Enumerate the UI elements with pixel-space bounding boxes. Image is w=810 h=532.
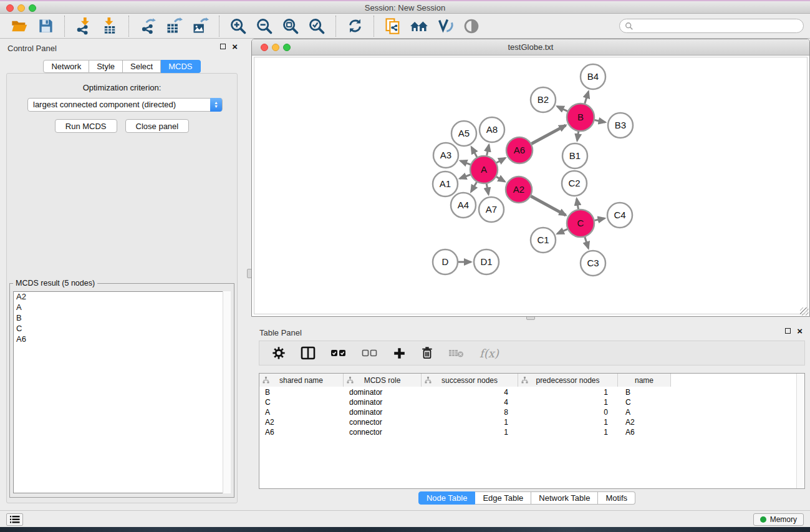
edge-C-C1[interactable] bbox=[557, 229, 567, 233]
deselect-all-checkboxes-icon[interactable] bbox=[362, 347, 378, 359]
edge-B-B3[interactable] bbox=[595, 120, 605, 122]
edge-A-A4[interactable] bbox=[471, 182, 477, 191]
tab-network-table[interactable]: Network Table bbox=[531, 491, 598, 505]
column-header-name[interactable]: name bbox=[618, 374, 671, 387]
edge-A-A6[interactable] bbox=[496, 158, 505, 163]
tab-mcds[interactable]: MCDS bbox=[161, 60, 200, 73]
refresh-icon[interactable] bbox=[345, 17, 364, 36]
run-mcds-button[interactable]: Run MCDS bbox=[55, 119, 117, 133]
import-table-icon[interactable] bbox=[100, 17, 119, 36]
node-A3[interactable]: A3 bbox=[433, 143, 458, 168]
zoom-fit-icon[interactable] bbox=[281, 17, 300, 36]
copy-network-icon[interactable] bbox=[383, 17, 402, 36]
tab-style[interactable]: Style bbox=[89, 60, 123, 73]
edge-A-A3[interactable] bbox=[460, 161, 470, 165]
close-panel-icon[interactable]: × bbox=[232, 44, 238, 49]
edge-B-B4[interactable] bbox=[585, 92, 589, 104]
edge-A-A7[interactable] bbox=[486, 184, 488, 195]
close-panel-button[interactable]: Close panel bbox=[125, 119, 190, 133]
node-C3[interactable]: C3 bbox=[581, 251, 605, 276]
edge-B-B1[interactable] bbox=[577, 132, 579, 140]
node-B4[interactable]: B4 bbox=[581, 64, 605, 89]
node-B1[interactable]: B1 bbox=[562, 143, 587, 168]
node-A6[interactable]: A6 bbox=[506, 137, 533, 163]
home-view-icon[interactable] bbox=[410, 17, 428, 36]
network-window-title-bar[interactable]: testGlobe.txt bbox=[252, 39, 809, 56]
table-row[interactable]: A6connector11A6 bbox=[259, 427, 796, 437]
mcds-result-item[interactable]: A6 bbox=[14, 334, 230, 345]
tab-edge-table[interactable]: Edge Table bbox=[475, 491, 531, 505]
tab-motifs[interactable]: Motifs bbox=[598, 491, 635, 505]
column-header-shared-name[interactable]: shared name bbox=[259, 374, 344, 387]
node-A[interactable]: A bbox=[470, 156, 498, 183]
tab-node-table[interactable]: Node Table bbox=[418, 491, 476, 505]
criterion-dropdown[interactable]: largest connected component (directed) ▲… bbox=[27, 98, 223, 112]
edge-A-A1[interactable] bbox=[460, 175, 470, 178]
search-field[interactable] bbox=[619, 19, 804, 33]
node-B3[interactable]: B3 bbox=[608, 113, 633, 138]
node-A5[interactable]: A5 bbox=[451, 121, 476, 146]
node-D[interactable]: D bbox=[433, 249, 458, 274]
table-row[interactable]: A2connector11A2 bbox=[259, 417, 796, 427]
node-C2[interactable]: C2 bbox=[562, 171, 587, 196]
tab-select[interactable]: Select bbox=[123, 60, 161, 73]
edge-C-C4[interactable] bbox=[595, 218, 605, 220]
show-columns-icon[interactable] bbox=[301, 346, 316, 360]
export-network-icon[interactable] bbox=[138, 17, 157, 36]
column-header-MCDS-role[interactable]: MCDS role bbox=[344, 374, 422, 387]
mcds-result-item[interactable]: A bbox=[14, 302, 230, 313]
mcds-result-item[interactable]: A2 bbox=[14, 292, 230, 302]
column-header-predecessor-nodes[interactable]: predecessor nodes bbox=[518, 374, 618, 387]
mcds-result-item[interactable]: B bbox=[14, 313, 230, 324]
node-A2[interactable]: A2 bbox=[506, 177, 532, 203]
task-history-button[interactable] bbox=[6, 513, 23, 526]
table-row[interactable]: Bdominator41B bbox=[259, 387, 796, 397]
save-session-icon[interactable] bbox=[36, 17, 55, 36]
table-row[interactable]: Adominator80A bbox=[259, 407, 796, 417]
node-A4[interactable]: A4 bbox=[451, 193, 476, 218]
table-scrollbar[interactable] bbox=[796, 374, 804, 488]
export-table-icon[interactable] bbox=[165, 17, 183, 36]
node-C1[interactable]: C1 bbox=[531, 228, 556, 253]
zoom-in-icon[interactable] bbox=[229, 17, 248, 36]
float-table-panel-icon[interactable] bbox=[785, 328, 791, 334]
node-A7[interactable]: A7 bbox=[479, 197, 504, 222]
edge-A-A2[interactable] bbox=[496, 177, 504, 181]
open-session-icon[interactable] bbox=[10, 17, 29, 36]
apply-function-icon[interactable]: f(x) bbox=[480, 347, 499, 360]
node-B[interactable]: B bbox=[567, 104, 594, 131]
network-canvas[interactable]: B4B2BB3A5A8A6A3B1AA1C2A2A4A7C4CC1C3DD1 bbox=[254, 57, 808, 314]
close-table-panel-icon[interactable]: × bbox=[797, 328, 803, 334]
memory-button[interactable]: Memory bbox=[753, 513, 804, 526]
delete-table-icon[interactable] bbox=[448, 347, 465, 359]
tab-network[interactable]: Network bbox=[43, 60, 89, 73]
edge-A-A8[interactable] bbox=[487, 145, 489, 155]
edge-A2-C[interactable] bbox=[531, 196, 566, 216]
table-options-gear-icon[interactable] bbox=[272, 346, 286, 360]
float-panel-icon[interactable] bbox=[220, 44, 226, 49]
search-input[interactable] bbox=[636, 22, 803, 31]
column-header-successor-nodes[interactable]: successor nodes bbox=[422, 374, 518, 387]
node-C[interactable]: C bbox=[567, 210, 594, 237]
edge-B-B2[interactable] bbox=[557, 107, 568, 112]
select-all-checkboxes-icon[interactable] bbox=[330, 347, 347, 359]
edge-A-A5[interactable] bbox=[471, 147, 477, 157]
result-list-scrollbar[interactable] bbox=[223, 291, 231, 493]
export-image-icon[interactable] bbox=[191, 17, 210, 36]
mcds-result-item[interactable]: C bbox=[14, 324, 230, 334]
node-A8[interactable]: A8 bbox=[480, 117, 504, 142]
node-C4[interactable]: C4 bbox=[607, 203, 632, 228]
window-resize-grip[interactable] bbox=[800, 307, 809, 316]
edge-C-C2[interactable] bbox=[577, 199, 579, 210]
delete-column-icon[interactable] bbox=[421, 346, 433, 360]
import-network-icon[interactable] bbox=[74, 17, 93, 36]
birds-eye-view-icon[interactable] bbox=[462, 17, 481, 36]
node-D1[interactable]: D1 bbox=[474, 249, 499, 274]
edge-A6-B[interactable] bbox=[531, 125, 566, 144]
table-row[interactable]: Cdominator41C bbox=[259, 397, 796, 407]
toggle-graphics-details-icon[interactable] bbox=[436, 17, 455, 36]
node-A1[interactable]: A1 bbox=[433, 172, 458, 196]
zoom-selected-icon[interactable] bbox=[307, 17, 326, 36]
edge-C-C3[interactable] bbox=[585, 237, 589, 248]
zoom-out-icon[interactable] bbox=[255, 17, 274, 36]
